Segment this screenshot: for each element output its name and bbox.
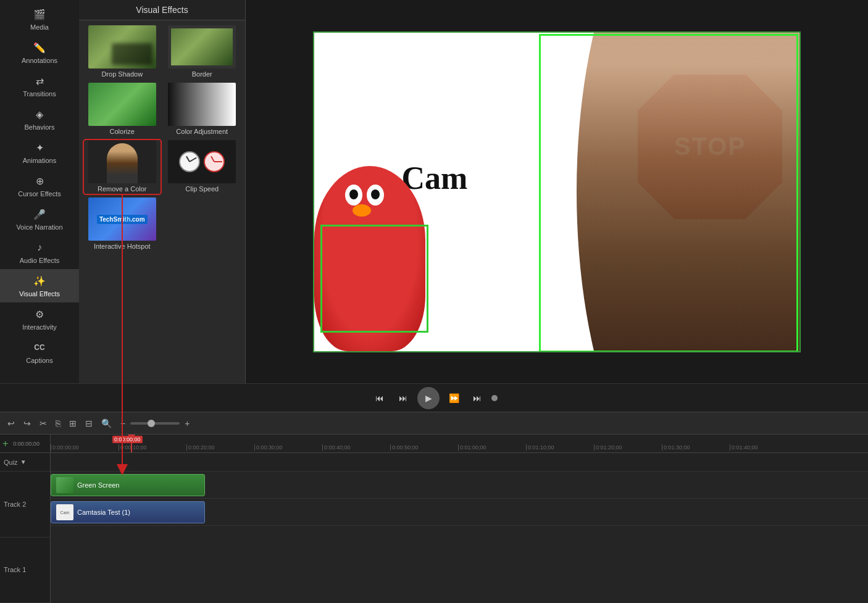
ruler-mark-0: 0:00:00;00 bbox=[51, 444, 119, 451]
color-adjustment-label: Color Adjustment bbox=[176, 126, 228, 136]
undo-button[interactable]: ↩ bbox=[5, 417, 17, 430]
track2-label: Track 2 bbox=[4, 501, 26, 508]
redo-button[interactable]: ↪ bbox=[21, 417, 33, 430]
sidebar-item-animations[interactable]: ✦ Animations bbox=[0, 136, 79, 169]
elmo-eye-left bbox=[345, 185, 362, 206]
sidebar-item-interactivity[interactable]: ⚙ Interactivity bbox=[0, 302, 79, 336]
annotations-icon: ✏️ bbox=[33, 41, 46, 54]
sidebar-item-annotations[interactable]: ✏️ Annotations bbox=[0, 36, 79, 69]
sidebar-item-cursor-effects[interactable]: ⊕ Cursor Effects bbox=[0, 169, 79, 202]
ruler-mark-3: 0:00:30;00 bbox=[254, 444, 322, 451]
border-thumb bbox=[168, 25, 236, 69]
playhead: 0:00:00;00 bbox=[131, 435, 132, 452]
border-label: Border bbox=[192, 69, 212, 79]
ruler-mark-7: 0:01:10;00 bbox=[526, 444, 594, 451]
sidebar-label-voice-narration: Voice Narration bbox=[16, 223, 62, 231]
sidebar: 🎬 Media ✏️ Annotations ⇄ Transitions ◈ B… bbox=[0, 0, 79, 383]
sidebar-item-transitions[interactable]: ⇄ Transitions bbox=[0, 69, 79, 102]
zoom-in-button[interactable]: + bbox=[182, 417, 192, 430]
sidebar-label-transitions: Transitions bbox=[23, 90, 56, 98]
clip-speed-thumb bbox=[168, 140, 236, 183]
remove-color-person bbox=[107, 143, 138, 183]
elmo-green-outline bbox=[320, 225, 428, 333]
sidebar-label-cursor-effects: Cursor Effects bbox=[18, 190, 61, 198]
sidebar-item-behaviors[interactable]: ◈ Behaviors bbox=[0, 102, 79, 136]
zoom-thumb[interactable] bbox=[148, 420, 155, 427]
sidebar-item-captions[interactable]: CC Captions bbox=[0, 336, 79, 369]
zoom-out-button[interactable]: − bbox=[118, 417, 128, 430]
rewind-button[interactable]: ⏮ bbox=[370, 389, 389, 407]
preview-area: Cam STOP bbox=[246, 0, 868, 383]
sidebar-label-behaviors: Behaviors bbox=[25, 123, 55, 131]
timeline-tracks[interactable]: 0:00:00;00 0:00:00;00 0:00:10;00 0:00:20… bbox=[51, 435, 868, 603]
animations-icon: ✦ bbox=[33, 141, 46, 154]
sidebar-item-media[interactable]: 🎬 Media bbox=[0, 2, 79, 36]
ruler-mark-9: 0:01:30;00 bbox=[662, 444, 730, 451]
sidebar-label-annotations: Annotations bbox=[22, 57, 57, 64]
remove-color-thumb bbox=[88, 140, 156, 183]
elmo-pupil-right bbox=[371, 189, 380, 199]
paste-button[interactable]: ⊞ bbox=[67, 417, 79, 430]
ruler-mark-6: 0:01:00;00 bbox=[458, 444, 526, 451]
sidebar-label-visual-effects: Visual Effects bbox=[19, 290, 60, 297]
clip-blue-thumb: Cam bbox=[56, 504, 73, 520]
track-labels: + 0:00:00;00 Quiz ▼ Track 2 Track 1 bbox=[0, 435, 51, 603]
timeline-toolbar: ↩ ↪ ✂ ⎘ ⊞ ⊟ 🔍 − + bbox=[0, 412, 868, 435]
color-adjustment-thumb bbox=[168, 83, 236, 126]
track1-clip-label: Camtasia Test (1) bbox=[77, 509, 130, 516]
copy-button[interactable]: ⎘ bbox=[53, 417, 63, 430]
transport-dot bbox=[491, 395, 498, 401]
effect-color-adjustment[interactable]: Color Adjustment bbox=[164, 83, 241, 136]
track2-clip-label: Green Screen bbox=[77, 481, 119, 489]
sidebar-item-visual-effects[interactable]: ✨ Visual Effects bbox=[0, 269, 79, 302]
track1-row: Cam Camtasia Test (1) bbox=[51, 499, 868, 526]
clock-fast bbox=[204, 151, 225, 172]
cursor-effects-icon: ⊕ bbox=[33, 174, 46, 188]
effects-panel-title: Visual Effects bbox=[79, 0, 245, 20]
frame-back-button[interactable]: ⏭ bbox=[394, 389, 412, 407]
effect-drop-shadow[interactable]: Drop Shadow bbox=[84, 25, 161, 79]
ruler-mark-5: 0:00:50;00 bbox=[390, 444, 458, 451]
zoom-track[interactable] bbox=[130, 422, 180, 425]
add-track-button[interactable]: + bbox=[2, 438, 8, 449]
track-label-track1: Track 1 bbox=[0, 538, 50, 604]
next-button[interactable]: ⏭ bbox=[468, 389, 486, 407]
track-label-track2: Track 2 bbox=[0, 472, 50, 538]
effect-clip-speed[interactable]: Clip Speed bbox=[164, 140, 241, 194]
track2-clip[interactable]: Green Screen bbox=[51, 474, 205, 496]
sidebar-label-interactivity: Interactivity bbox=[22, 323, 57, 331]
zoom-slider: − + bbox=[118, 417, 192, 430]
red-arrow-line bbox=[122, 194, 123, 465]
frame-forward-button[interactable]: ⏩ bbox=[444, 389, 463, 407]
sidebar-label-audio-effects: Audio Effects bbox=[20, 257, 60, 264]
colorize-label: Colorize bbox=[110, 126, 135, 136]
elmo-nose bbox=[353, 204, 371, 217]
elmo-pupil-left bbox=[349, 189, 358, 199]
ruler-marks: 0:00:00;00 0:00:10;00 0:00:20;00 0:00:30… bbox=[51, 444, 798, 451]
clock-minute-hand bbox=[190, 157, 197, 162]
clip-speed-label: Clip Speed bbox=[185, 183, 219, 194]
track1-label: Track 1 bbox=[4, 566, 26, 573]
effect-remove-color[interactable]: Remove a Color bbox=[84, 140, 161, 194]
split-button[interactable]: ⊟ bbox=[83, 417, 95, 430]
quiz-label-row: Quiz ▼ bbox=[0, 453, 50, 472]
ruler-mark-2: 0:00:20;00 bbox=[186, 444, 254, 451]
quiz-expand-icon[interactable]: ▼ bbox=[20, 459, 27, 465]
visual-effects-icon: ✨ bbox=[33, 274, 46, 288]
timeline-content: + 0:00:00;00 Quiz ▼ Track 2 Track 1 0:00… bbox=[0, 435, 868, 603]
effect-border[interactable]: Border bbox=[164, 25, 241, 79]
track1-clip[interactable]: Cam Camtasia Test (1) bbox=[51, 501, 205, 523]
sidebar-label-media: Media bbox=[30, 23, 49, 31]
timeline-ruler: 0:00:00;00 0:00:00;00 0:00:10;00 0:00:20… bbox=[51, 435, 868, 453]
interactivity-icon: ⚙ bbox=[33, 307, 46, 321]
play-button[interactable]: ▶ bbox=[417, 387, 440, 409]
sidebar-item-voice-narration[interactable]: 🎤 Voice Narration bbox=[0, 202, 79, 236]
preview-canvas: Cam STOP bbox=[313, 31, 801, 352]
search-button[interactable]: 🔍 bbox=[99, 417, 114, 430]
sidebar-item-audio-effects[interactable]: ♪ Audio Effects bbox=[0, 236, 79, 269]
cut-button[interactable]: ✂ bbox=[37, 417, 49, 430]
clip-green-thumb bbox=[56, 477, 73, 493]
quiz-label: Quiz bbox=[4, 459, 18, 466]
playhead-time: 0:00:00;00 bbox=[112, 436, 143, 443]
effect-colorize[interactable]: Colorize bbox=[84, 83, 161, 136]
